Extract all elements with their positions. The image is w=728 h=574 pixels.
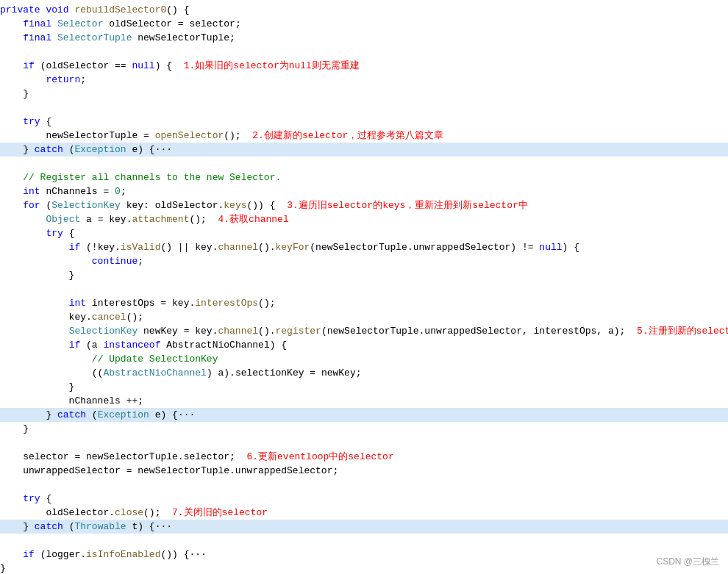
code-line: } (0, 562, 728, 574)
code-token: Throwable (74, 521, 132, 532)
code-area[interactable]: private void rebuildSelector0() { final … (0, 0, 728, 574)
code-token: } (0, 563, 6, 574)
code-line (0, 101, 728, 115)
code-token (0, 32, 23, 43)
code-token: } (0, 423, 29, 434)
code-line: newSelectorTuple = openSelector(); 2.创建新… (0, 129, 728, 143)
code-token: a = key. (86, 214, 132, 225)
code-token: ) { (155, 60, 184, 71)
code-token (0, 214, 46, 225)
code-token: ( (92, 409, 98, 420)
code-token (0, 340, 69, 351)
code-line: if (oldSelector == null) { 1.如果旧的selecto… (0, 59, 728, 73)
code-token: (); (126, 312, 143, 323)
code-token (0, 549, 23, 560)
code-token: channel (218, 242, 258, 253)
code-token: ; (121, 186, 126, 197)
code-token: if (23, 60, 40, 71)
code-token: ··· (189, 549, 206, 560)
code-token: e) { (132, 144, 154, 155)
code-line: int interestOps = key.interestOps(); (0, 296, 728, 310)
code-token: register (275, 326, 321, 337)
code-line: } (0, 268, 728, 282)
code-token: isValid (121, 242, 161, 253)
code-token: ) a).selectionKey = newKey; (207, 367, 362, 379)
code-token: newSelectorTuple; (138, 32, 235, 43)
code-token: { (40, 116, 52, 127)
code-token: ··· (155, 144, 172, 155)
code-line: unwrappedSelector = newSelectorTuple.unw… (0, 464, 728, 478)
code-token: if (69, 242, 86, 253)
code-line: final Selector oldSelector = selector; (0, 17, 728, 31)
code-line: } catch (Exception e) {··· (0, 408, 728, 422)
code-token (0, 242, 69, 253)
code-token: try (23, 493, 40, 504)
code-token (0, 186, 23, 197)
code-line: } catch (Exception e) {··· (0, 143, 728, 157)
code-token: (a (86, 340, 103, 351)
code-token: ··· (178, 409, 195, 420)
code-token: if (69, 340, 86, 351)
code-token: try (46, 228, 63, 239)
code-line (0, 534, 728, 548)
code-token: newKey = key. (143, 326, 218, 337)
code-token: // Update SelectionKey (92, 354, 218, 365)
code-line: nChannels ++; (0, 394, 728, 408)
code-token: t) { (132, 521, 154, 532)
code-token (0, 228, 46, 239)
code-token: (); (224, 130, 252, 141)
code-token: 6.更新eventloop中的selector (246, 451, 393, 462)
code-token: unwrappedSelector = newSelectorTuple.unw… (0, 465, 338, 476)
code-token: SelectionKey (69, 326, 143, 337)
code-token: final (23, 32, 57, 43)
code-token: try (23, 116, 40, 127)
code-token: null (539, 242, 562, 253)
code-token: keyFor (275, 242, 310, 253)
code-token: ()) { (247, 200, 288, 211)
code-token: } (0, 88, 29, 99)
code-token: keys (224, 200, 246, 211)
code-token: (oldSelector == (40, 60, 132, 71)
code-line: private void rebuildSelector0() { (0, 3, 728, 17)
code-token: { (63, 228, 75, 239)
code-token: AbstractNioChannel) { (166, 340, 287, 351)
code-token: 2.创建新的selector，过程参考第八篇文章 (252, 130, 443, 141)
code-token: () { (166, 4, 189, 15)
code-token: } (0, 144, 35, 155)
code-line: if (a instanceof AbstractNioChannel) { (0, 338, 728, 352)
code-token: } (0, 270, 74, 281)
code-token: channel (218, 326, 258, 337)
code-line: Object a = key.attachment(); 4.获取channel (0, 212, 728, 226)
code-token: interestOps (195, 298, 258, 309)
code-line: if (!key.isValid() || key.channel().keyF… (0, 240, 728, 254)
code-token: if (23, 549, 40, 560)
code-token: interestOps = key. (92, 298, 195, 309)
code-token: 5.注册到新的selector中 (637, 326, 728, 337)
code-token: openSelector (155, 130, 224, 141)
code-token: 7.关闭旧的selector (172, 507, 268, 518)
code-container: private void rebuildSelector0() { final … (0, 0, 728, 574)
code-token: (); (189, 214, 218, 225)
code-token: selector = newSelectorTuple.selector; (0, 451, 246, 462)
code-token: 3.遍历旧selector的keys，重新注册到新selector中 (287, 200, 528, 211)
code-line: selector = newSelectorTuple.selector; 6.… (0, 450, 728, 464)
code-token: instanceof (103, 340, 166, 351)
code-token: continue (0, 256, 138, 267)
code-token: for (23, 200, 46, 211)
code-token: return (0, 74, 80, 85)
code-token: 1.如果旧的selector为null则无需重建 (184, 60, 360, 71)
code-token: 0 (115, 186, 121, 197)
code-token (0, 200, 23, 211)
code-token: oldSelector = selector; (109, 18, 240, 29)
code-line: // Update SelectionKey (0, 352, 728, 366)
code-token (0, 493, 23, 504)
code-token: Exception (74, 144, 132, 155)
code-token: catch (35, 144, 69, 155)
code-token: key: oldSelector. (126, 200, 224, 211)
code-token: AbstractNioChannel (103, 367, 206, 379)
code-line: final SelectorTuple newSelectorTuple; (0, 31, 728, 45)
code-line (0, 478, 728, 492)
code-token: cancel (92, 312, 126, 323)
code-token: (). (258, 326, 275, 337)
code-token: rebuildSelector0 (74, 4, 166, 15)
